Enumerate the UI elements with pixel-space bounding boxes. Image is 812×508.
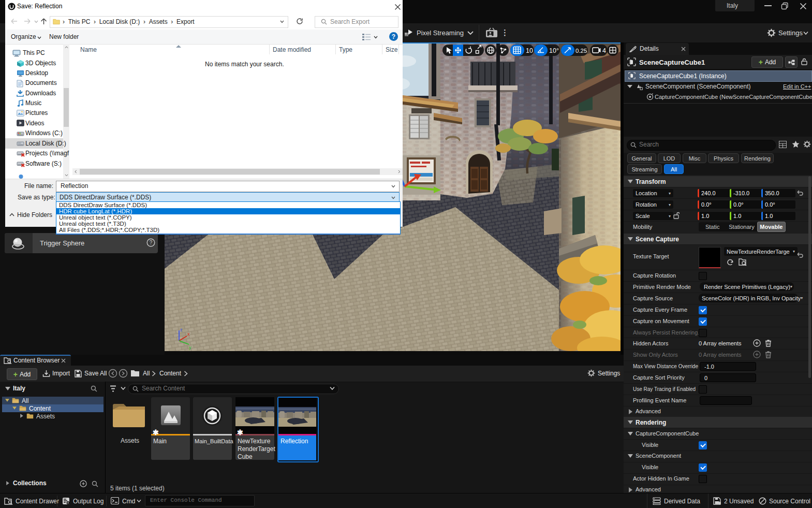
svg-text:x: x (187, 331, 190, 337)
svg-text:✱: ✱ (718, 501, 721, 505)
svg-text:y: y (189, 345, 191, 350)
svg-text:10: 10 (526, 47, 533, 54)
svg-text:10°: 10° (549, 47, 559, 54)
svg-text:0.25: 0.25 (575, 48, 587, 54)
svg-text:?: ? (150, 240, 153, 245)
svg-text:4: 4 (602, 47, 606, 54)
svg-text:z: z (180, 327, 183, 332)
